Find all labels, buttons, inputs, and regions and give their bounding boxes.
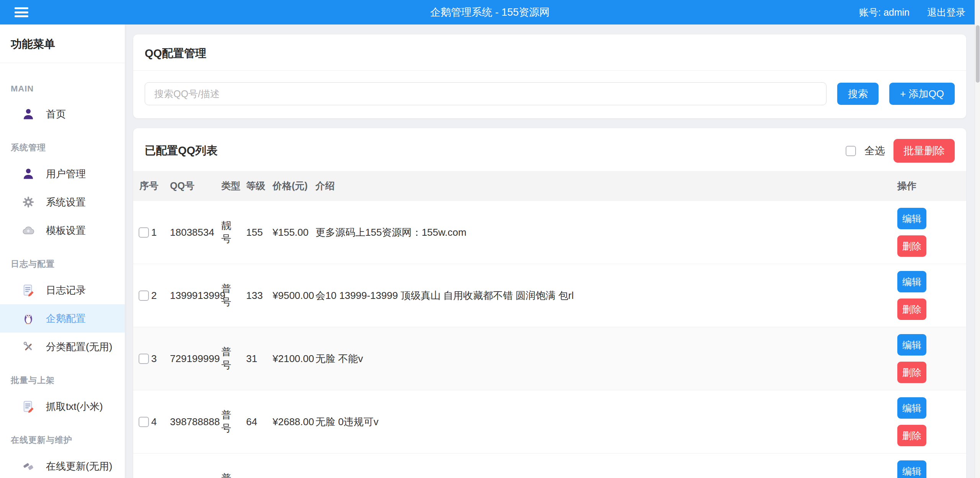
sidebar-item-label: 企鹅配置: [46, 312, 86, 325]
row-checkbox[interactable]: [139, 227, 149, 238]
search-input[interactable]: [145, 82, 826, 105]
sidebar-item-label: 系统设置: [46, 196, 86, 209]
penguin-icon: [21, 312, 35, 325]
sidebar-title: 功能菜单: [0, 24, 125, 63]
main-content: QQ配置管理 搜索 + 添加QQ 已配置QQ列表 全选 批量删除 序号 QQ号 …: [125, 24, 980, 478]
sidebar-item[interactable]: 企鹅配置: [0, 304, 125, 333]
qq-number: 398788888: [170, 416, 221, 428]
menu-icon[interactable]: [15, 7, 28, 17]
qq-desc: 无脸 0违规可v: [315, 415, 897, 429]
account-label: 账号: admin: [859, 6, 910, 19]
edit-button[interactable]: 编辑: [897, 460, 926, 478]
col-actions: 操作: [897, 176, 966, 196]
col-type: 类型: [221, 176, 246, 196]
table-row: 5 358788888 普号 82 ¥2588.00 无脸 可 编辑 删除: [133, 454, 966, 478]
qq-type: 普号: [221, 345, 246, 372]
row-index: 4: [151, 416, 157, 428]
sidebar-item[interactable]: 首页: [0, 100, 125, 128]
sidebar-section: MAIN 首页: [0, 78, 125, 128]
qq-price: ¥9500.00: [273, 290, 315, 302]
section-label: 系统管理: [0, 136, 125, 160]
sidebar-item-label: 在线更新(无用): [46, 460, 112, 473]
qq-number: 18038534: [170, 227, 221, 238]
sidebar-item[interactable]: 用户管理: [0, 160, 125, 188]
tools-icon: [21, 340, 35, 354]
sidebar-item-label: 首页: [46, 108, 66, 121]
sidebar-item[interactable]: 系统设置: [0, 188, 125, 216]
qq-desc: 会10 13999-13999 顶级真山 自用收藏都不错 圆润饱满 包rl: [315, 289, 897, 302]
sidebar-section: 批量与上架 抓取txt(小米): [0, 369, 125, 421]
user-icon: [21, 167, 35, 181]
section-items: 用户管理 系统设置 模板设置: [0, 160, 125, 245]
sidebar-item-label: 用户管理: [46, 167, 86, 181]
qq-level: 155: [246, 227, 273, 238]
sidebar-section: 在线更新与维护 在线更新(无用): [0, 428, 125, 478]
qq-price: ¥155.00: [273, 227, 315, 238]
row-checkbox[interactable]: [139, 290, 149, 301]
user-icon: [21, 107, 35, 121]
sidebar-item-label: 抓取txt(小米): [46, 400, 103, 413]
memo-icon: [21, 400, 35, 413]
scrollbar-thumb[interactable]: [976, 25, 980, 83]
qq-level: 133: [246, 290, 273, 302]
sidebar-item-label: 模板设置: [46, 224, 86, 237]
qq-table-body: 1 18038534 靓号 155 ¥155.00 更多源码上155资源网：15…: [133, 201, 966, 478]
table-row: 2 1399913999 普号 133 ¥9500.00 会10 13999-1…: [133, 264, 966, 327]
sidebar-item[interactable]: 在线更新(无用): [0, 452, 125, 478]
qq-type: 普号: [221, 408, 246, 435]
section-items: 抓取txt(小米): [0, 392, 125, 421]
qq-type: 靓号: [221, 219, 246, 246]
memo-icon: [21, 283, 35, 297]
qq-number: 729199999: [170, 353, 221, 365]
delete-button[interactable]: 删除: [897, 299, 926, 320]
sidebar-item[interactable]: 抓取txt(小米): [0, 392, 125, 421]
sidebar-section: 系统管理 用户管理 系统设置 模板设置: [0, 136, 125, 245]
list-title: 已配置QQ列表: [145, 143, 217, 158]
col-index: 序号: [133, 176, 170, 196]
batch-delete-button[interactable]: 批量删除: [893, 139, 955, 163]
table-row: 4 398788888 普号 64 ¥2688.00 无脸 0违规可v 编辑 删…: [133, 390, 966, 454]
table-header: 序号 QQ号 类型 等级 价格(元) 介绍 操作: [133, 171, 966, 201]
sidebar: 功能菜单 MAIN 首页 系统管理 用户管理 系统设置 模板设置 日志与配置 日…: [0, 24, 125, 478]
edit-button[interactable]: 编辑: [897, 397, 926, 419]
col-desc: 介绍: [315, 176, 897, 196]
table-row: 1 18038534 靓号 155 ¥155.00 更多源码上155资源网：15…: [133, 201, 966, 264]
select-all-checkbox[interactable]: [846, 146, 856, 156]
qq-list-panel: 已配置QQ列表 全选 批量删除 序号 QQ号 类型 等级 价格(元) 介绍 操作…: [133, 128, 966, 478]
delete-button[interactable]: 删除: [897, 362, 926, 383]
app-title: 企鹅管理系统 - 155资源网: [0, 5, 980, 19]
qq-config-panel: QQ配置管理 搜索 + 添加QQ: [133, 34, 966, 118]
qq-desc: 无脸 不能v: [315, 352, 897, 365]
col-level: 等级: [246, 176, 273, 196]
sidebar-item[interactable]: 模板设置: [0, 216, 125, 245]
sidebar-item-label: 日志记录: [46, 284, 86, 297]
sidebar-item[interactable]: 分类配置(无用): [0, 333, 125, 361]
edit-button[interactable]: 编辑: [897, 271, 926, 292]
section-items: 日志记录 企鹅配置 分类配置(无用): [0, 276, 125, 361]
row-checkbox[interactable]: [139, 354, 149, 364]
row-checkbox[interactable]: [139, 417, 149, 427]
edit-button[interactable]: 编辑: [897, 208, 926, 229]
page-scrollbar[interactable]: [975, 0, 980, 478]
row-index: 2: [151, 290, 157, 302]
delete-button[interactable]: 删除: [897, 425, 926, 446]
row-index: 3: [151, 353, 157, 365]
qq-level: 31: [246, 353, 273, 365]
delete-button[interactable]: 删除: [897, 235, 926, 257]
qq-number: 1399913999: [170, 290, 221, 302]
sidebar-item-label: 分类配置(无用): [46, 340, 112, 354]
qq-price: ¥2100.00: [273, 353, 315, 365]
add-qq-button[interactable]: + 添加QQ: [889, 83, 955, 105]
sidebar-item[interactable]: 日志记录: [0, 276, 125, 304]
col-price: 价格(元): [273, 176, 315, 196]
search-button[interactable]: 搜索: [837, 83, 879, 105]
section-label: 在线更新与维护: [0, 428, 125, 452]
select-all-label: 全选: [864, 144, 885, 158]
row-index: 1: [151, 227, 157, 238]
logout-link[interactable]: 退出登录: [927, 6, 965, 19]
gear-icon: [21, 195, 35, 209]
sidebar-menu: MAIN 首页 系统管理 用户管理 系统设置 模板设置 日志与配置 日志记录 企…: [0, 63, 125, 478]
table-row: 3 729199999 普号 31 ¥2100.00 无脸 不能v 编辑 删除: [133, 327, 966, 390]
qq-price: ¥2688.00: [273, 416, 315, 428]
edit-button[interactable]: 编辑: [897, 334, 926, 356]
